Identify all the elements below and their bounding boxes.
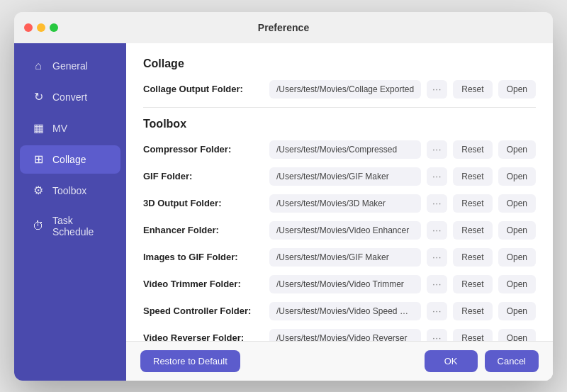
main-layout: ⌂ General ↻ Convert ▦ MV ⊞ Collage ⚙ Too… (14, 43, 553, 381)
sidebar-label-mv: MV (52, 123, 67, 134)
sidebar-label-general: General (52, 60, 88, 72)
enhancer-open-button[interactable]: Open (498, 221, 536, 240)
main-panel: Collage Collage Output Folder: /Users/te… (126, 43, 553, 381)
images-gif-dots-button[interactable]: ··· (427, 248, 447, 267)
enhancer-reset-button[interactable]: Reset (453, 221, 492, 240)
restore-default-button[interactable]: Restore to Default (140, 350, 240, 372)
sidebar-label-task-schedule: Task Schedule (52, 215, 109, 237)
reverser-open-button[interactable]: Open (498, 329, 536, 341)
speed-controller-path: /Users/test/Movies/Video Speed Controlle… (269, 302, 421, 320)
sidebar-label-toolbox: Toolbox (52, 185, 86, 196)
speed-controller-reset-button[interactable]: Reset (453, 302, 492, 320)
sidebar-item-general[interactable]: ⌂ General (20, 52, 120, 80)
3d-output-open-button[interactable]: Open (498, 194, 536, 213)
trimmer-open-button[interactable]: Open (498, 275, 536, 293)
images-gif-path: /Users/test/Movies/GIF Maker (269, 248, 421, 267)
enhancer-label: Enhancer Folder: (143, 225, 264, 235)
3d-output-dots-button[interactable]: ··· (427, 194, 447, 213)
close-button[interactable] (24, 23, 33, 32)
enhancer-path: /Users/test/Movies/Video Enhancer (269, 221, 421, 240)
images-gif-label: Images to GIF Folder: (143, 252, 264, 262)
gif-reset-button[interactable]: Reset (453, 167, 492, 186)
collage-icon: ⊞ (31, 152, 45, 167)
toolbox-row-4: Images to GIF Folder: /Users/test/Movies… (143, 248, 536, 267)
main-content-scroll[interactable]: Collage Collage Output Folder: /Users/te… (126, 43, 553, 341)
3d-output-label: 3D Output Folder: (143, 198, 264, 208)
3d-output-reset-button[interactable]: Reset (453, 194, 492, 213)
traffic-lights (24, 23, 58, 32)
trimmer-label: Video Trimmer Folder: (143, 279, 264, 289)
ok-button[interactable]: OK (425, 350, 478, 372)
toolbox-row-5: Video Trimmer Folder: /Users/test/Movies… (143, 275, 536, 293)
trimmer-reset-button[interactable]: Reset (453, 275, 492, 293)
toolbox-row-0: Compressor Folder: /Users/test/Movies/Co… (143, 140, 536, 159)
toolbox-row-6: Speed Controller Folder: /Users/test/Mov… (143, 302, 536, 320)
toolbox-row-3: Enhancer Folder: /Users/test/Movies/Vide… (143, 221, 536, 240)
3d-output-path: /Users/test/Movies/3D Maker (269, 194, 421, 213)
trimmer-path: /Users/test/Movies/Video Trimmer (269, 275, 421, 293)
speed-controller-label: Speed Controller Folder: (143, 306, 264, 316)
sidebar-item-toolbox[interactable]: ⚙ Toolbox (20, 177, 120, 205)
sidebar-item-collage[interactable]: ⊞ Collage (20, 145, 120, 174)
sidebar-item-task-schedule[interactable]: ⏱ Task Schedule (20, 208, 120, 245)
toolbox-section-title: Toolbox (143, 118, 536, 130)
trimmer-dots-button[interactable]: ··· (427, 275, 447, 293)
collage-section-title: Collage (143, 57, 536, 70)
convert-icon: ↻ (31, 90, 45, 104)
titlebar: Preference (14, 12, 553, 43)
speed-controller-open-button[interactable]: Open (498, 302, 536, 320)
gif-open-button[interactable]: Open (498, 167, 536, 186)
collage-output-reset-button[interactable]: Reset (453, 80, 492, 99)
maximize-button[interactable] (50, 23, 58, 32)
reverser-reset-button[interactable]: Reset (453, 329, 492, 341)
task-schedule-icon: ⏱ (31, 219, 45, 233)
sidebar-label-collage: Collage (52, 154, 86, 165)
window-title: Preference (258, 22, 309, 33)
speed-controller-dots-button[interactable]: ··· (427, 302, 447, 320)
section-separator (143, 107, 536, 108)
collage-output-row: Collage Output Folder: /Users/test/Movie… (143, 80, 536, 99)
collage-output-open-button[interactable]: Open (498, 80, 536, 99)
compressor-path: /Users/test/Movies/Compressed (269, 140, 421, 159)
gif-dots-button[interactable]: ··· (427, 167, 447, 186)
toolbox-row-2: 3D Output Folder: /Users/test/Movies/3D … (143, 194, 536, 213)
gif-label: GIF Folder: (143, 171, 264, 181)
toolbox-row-7: Video Reverser Folder: /Users/test/Movie… (143, 329, 536, 341)
reverser-path: /Users/test/Movies/Video Reverser (269, 329, 421, 341)
gif-path: /Users/test/Movies/GIF Maker (269, 167, 421, 186)
compressor-label: Compressor Folder: (143, 144, 264, 155)
compressor-reset-button[interactable]: Reset (453, 140, 492, 159)
collage-output-path: /Users/test/Movies/Collage Exported (269, 80, 421, 99)
compressor-dots-button[interactable]: ··· (427, 140, 447, 159)
footer: Restore to Default OK Cancel (126, 341, 553, 381)
sidebar: ⌂ General ↻ Convert ▦ MV ⊞ Collage ⚙ Too… (14, 43, 126, 381)
sidebar-label-convert: Convert (52, 91, 87, 103)
cancel-button[interactable]: Cancel (485, 350, 539, 372)
images-gif-reset-button[interactable]: Reset (453, 248, 492, 267)
preference-window: Preference ⌂ General ↻ Convert ▦ MV ⊞ Co… (14, 12, 553, 381)
enhancer-dots-button[interactable]: ··· (427, 221, 447, 240)
compressor-open-button[interactable]: Open (498, 140, 536, 159)
reverser-dots-button[interactable]: ··· (427, 329, 447, 341)
minimize-button[interactable] (37, 23, 45, 32)
toolbox-icon: ⚙ (31, 184, 45, 198)
collage-output-dots-button[interactable]: ··· (427, 80, 447, 99)
footer-right-buttons: OK Cancel (425, 350, 539, 372)
mv-icon: ▦ (31, 121, 45, 135)
toolbox-row-1: GIF Folder: /Users/test/Movies/GIF Maker… (143, 167, 536, 186)
images-gif-open-button[interactable]: Open (498, 248, 536, 267)
general-icon: ⌂ (31, 59, 45, 73)
collage-output-label: Collage Output Folder: (143, 84, 264, 94)
sidebar-item-convert[interactable]: ↻ Convert (20, 83, 120, 111)
sidebar-item-mv[interactable]: ▦ MV (20, 114, 120, 142)
reverser-label: Video Reverser Folder: (143, 332, 264, 341)
